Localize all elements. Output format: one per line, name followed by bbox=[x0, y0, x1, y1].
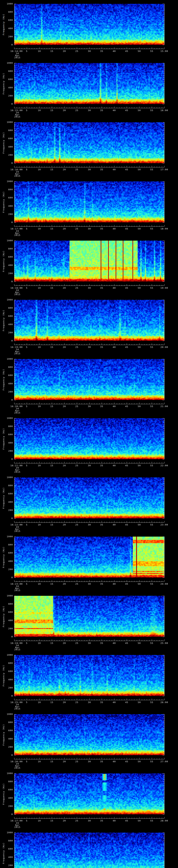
y-tick-label: 600 bbox=[2, 788, 13, 791]
spectrogram-panel: Frequency (Hz) 0200400600800100051015202… bbox=[0, 0, 178, 59]
x-tick-label: 35 bbox=[98, 50, 105, 53]
y-tick-label: 800 bbox=[2, 839, 13, 842]
y-tick-label: 0 bbox=[2, 636, 13, 638]
y-tick-label: 800 bbox=[2, 544, 13, 546]
y-tick-label: 200 bbox=[2, 686, 13, 689]
y-tick-label: 600 bbox=[2, 315, 13, 317]
x-tick-label: 55 bbox=[148, 701, 155, 704]
x-tick-label: 50 bbox=[136, 819, 143, 822]
x-tick-label: 35 bbox=[98, 168, 105, 171]
x-tick-label: 40 bbox=[111, 287, 118, 289]
y-tick-label: 200 bbox=[2, 746, 13, 748]
y-tick-label: 600 bbox=[2, 19, 13, 21]
x-tick-label: 15 bbox=[48, 109, 55, 112]
x-end-time-label: 21:00 bbox=[157, 405, 171, 408]
x-tick-label: 55 bbox=[148, 227, 155, 230]
y-tick-label: 600 bbox=[2, 255, 13, 258]
x-tick-label: 25 bbox=[73, 464, 80, 467]
x-tick-label: 25 bbox=[73, 168, 80, 171]
x-tick-label: 10 bbox=[36, 287, 43, 289]
x-tick-label: 20 bbox=[61, 583, 68, 585]
x-tick-label: 40 bbox=[111, 109, 118, 112]
date-line: 2015 bbox=[10, 648, 24, 651]
date-line: 2015 bbox=[10, 767, 24, 769]
x-tick-label: 15 bbox=[48, 819, 55, 822]
x-tick-label: 55 bbox=[148, 523, 155, 526]
x-tick-label: 45 bbox=[123, 405, 130, 408]
y-tick-label: 0 bbox=[2, 694, 13, 697]
y-tick-label: 600 bbox=[2, 552, 13, 554]
y-tick-label: 1000 bbox=[2, 535, 13, 538]
x-end-time-label: 23:00 bbox=[157, 523, 171, 526]
y-tick-label: 200 bbox=[2, 154, 13, 156]
x-tick-label: 35 bbox=[98, 819, 105, 822]
y-tick-label: 800 bbox=[2, 780, 13, 783]
x-end-time-label: 24:00 bbox=[157, 583, 171, 585]
x-tick-label: 15 bbox=[48, 760, 55, 763]
x-tick-label: 30 bbox=[86, 464, 93, 467]
y-tick-label: 400 bbox=[2, 146, 13, 148]
y-tick-label: 1000 bbox=[2, 654, 13, 656]
x-tick-label: 45 bbox=[123, 523, 130, 526]
x-tick-label: 55 bbox=[148, 109, 155, 112]
x-tick-label: 40 bbox=[111, 464, 118, 467]
y-tick-label: 200 bbox=[2, 272, 13, 275]
y-tick-label: 800 bbox=[2, 129, 13, 132]
y-tick-label: 200 bbox=[2, 213, 13, 215]
spectrogram-panel: Frequency (Hz) 0200400600800100051015202… bbox=[0, 237, 178, 296]
x-tick-label: 25 bbox=[73, 523, 80, 526]
y-tick-label: 200 bbox=[2, 331, 13, 334]
x-tick-label: 30 bbox=[86, 168, 93, 171]
x-tick-label: 50 bbox=[136, 523, 143, 526]
y-tick-label: 800 bbox=[2, 721, 13, 723]
x-tick-label: 35 bbox=[98, 760, 105, 763]
x-tick-label: 25 bbox=[73, 346, 80, 348]
x-tick-label: 55 bbox=[148, 405, 155, 408]
x-tick-label: 10 bbox=[36, 405, 43, 408]
x-tick-label: 15 bbox=[48, 287, 55, 289]
x-tick-label: 45 bbox=[123, 50, 130, 53]
y-tick-label: 800 bbox=[2, 602, 13, 605]
x-end-time-label: 15:00 bbox=[157, 50, 171, 53]
x-tick-label: 55 bbox=[148, 760, 155, 763]
y-tick-label: 1000 bbox=[2, 180, 13, 183]
x-tick-label: 50 bbox=[136, 50, 143, 53]
y-tick-label: 200 bbox=[2, 627, 13, 630]
x-end-time-label: 18:00 bbox=[157, 227, 171, 230]
x-tick-label: 50 bbox=[136, 464, 143, 467]
x-tick-label: 25 bbox=[73, 583, 80, 585]
x-tick-label: 40 bbox=[111, 523, 118, 526]
y-tick-label: 200 bbox=[2, 391, 13, 393]
y-tick-label: 400 bbox=[2, 86, 13, 89]
y-tick-label: 1000 bbox=[2, 772, 13, 775]
x-tick-label: 15 bbox=[48, 168, 55, 171]
y-tick-label: 400 bbox=[2, 856, 13, 859]
x-tick-label: 30 bbox=[86, 287, 93, 289]
x-tick-label: 40 bbox=[111, 227, 118, 230]
date-line: 2015 bbox=[10, 352, 24, 355]
x-tick-label: 25 bbox=[73, 109, 80, 112]
y-tick-label: 200 bbox=[2, 35, 13, 38]
x-tick-label: 35 bbox=[98, 464, 105, 467]
y-tick-label: 600 bbox=[2, 670, 13, 673]
x-tick-label: 20 bbox=[61, 287, 68, 289]
x-tick-label: 40 bbox=[111, 760, 118, 763]
y-tick-label: 600 bbox=[2, 492, 13, 495]
spectrogram-panel: Frequency (Hz) 0200400600800100051015202… bbox=[0, 473, 178, 533]
x-tick-label: 10 bbox=[36, 760, 43, 763]
y-tick-label: 1000 bbox=[2, 831, 13, 834]
x-tick-label: 20 bbox=[61, 168, 68, 171]
x-tick-label: 20 bbox=[61, 523, 68, 526]
x-tick-label: 50 bbox=[136, 642, 143, 644]
x-tick-label: 10 bbox=[36, 523, 43, 526]
spectrogram-panel: Frequency (Hz) 0200400600800100051015202… bbox=[0, 651, 178, 710]
y-tick-label: 600 bbox=[2, 847, 13, 850]
spectrogram-panel: Frequency (Hz) 0200400600800100051015202… bbox=[0, 710, 178, 770]
y-tick-label: 600 bbox=[2, 137, 13, 140]
x-end-time-label: 25:00 bbox=[157, 642, 171, 644]
x-end-time-label: 20:00 bbox=[157, 346, 171, 348]
y-tick-label: 200 bbox=[2, 94, 13, 97]
y-tick-label: 1000 bbox=[2, 239, 13, 242]
x-tick-label: 40 bbox=[111, 701, 118, 704]
x-tick-label: 50 bbox=[136, 346, 143, 348]
